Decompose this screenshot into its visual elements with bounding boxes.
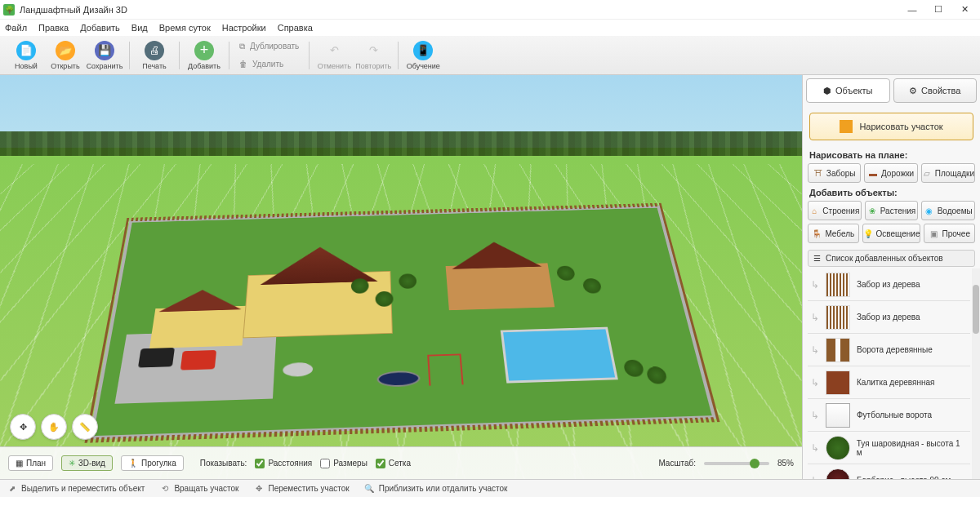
cat-lighting[interactable]: 💡Освещение <box>862 224 921 243</box>
item-thumbnail <box>826 436 850 460</box>
list-item[interactable]: ↳Ворота деревянные <box>808 334 970 366</box>
tab-objects[interactable]: ⬢Объекты <box>806 78 890 103</box>
3d-viewport[interactable]: ✥ ✋ 📏 ▦План ✳3D-вид 🚶Прогулка Показывать… <box>0 75 802 479</box>
drag-handle-icon[interactable]: ↳ <box>811 279 819 291</box>
tutorial-button[interactable]: 📱Обучение <box>403 38 443 73</box>
section-draw-on-plan: Нарисовать на плане: <box>803 147 980 162</box>
mode-walk[interactable]: 🚶Прогулка <box>121 455 184 471</box>
car-black <box>138 348 175 368</box>
misc-icon: ▣ <box>929 229 939 238</box>
menu-help[interactable]: Справка <box>278 23 313 33</box>
item-thumbnail <box>826 338 850 362</box>
list-item[interactable]: ↳Туя шаровидная - высота 1 м <box>808 432 970 464</box>
drag-handle-icon[interactable]: ↳ <box>811 344 819 356</box>
save-button[interactable]: 💾Сохранить <box>85 38 124 73</box>
cat-furniture[interactable]: 🪑Мебель <box>808 224 859 243</box>
main-house <box>243 238 409 338</box>
list-item[interactable]: ↳Футбольные ворота <box>808 399 970 432</box>
minimize-button[interactable]: ― <box>900 2 924 18</box>
add-button[interactable]: +Добавить <box>185 38 224 73</box>
duplicate-icon: ⧉ <box>239 42 245 51</box>
right-panel: ⬢Объекты ⚙Свойства Нарисовать участок На… <box>802 75 980 479</box>
gear-icon: ⚙ <box>909 86 917 96</box>
plot <box>69 194 737 455</box>
drag-handle-icon[interactable]: ↳ <box>811 377 819 388</box>
item-label: Туя шаровидная - высота 1 м <box>857 439 967 457</box>
tab-properties[interactable]: ⚙Свойства <box>893 78 978 103</box>
chk-sizes[interactable]: Размеры <box>320 459 368 468</box>
show-label: Показывать: <box>200 459 247 468</box>
cat-fences[interactable]: ⛩Заборы <box>808 163 861 183</box>
item-thumbnail <box>826 403 850 428</box>
close-button[interactable]: ✕ <box>952 2 977 18</box>
undo-button: ↶Отменить <box>314 38 354 73</box>
open-button[interactable]: 📂Открыть <box>46 38 85 73</box>
mode-plan[interactable]: ▦План <box>8 455 53 471</box>
zoom-icon: 🔍 <box>364 483 375 494</box>
app-icon: 🌳 <box>3 4 15 16</box>
drag-handle-icon[interactable]: ↳ <box>811 410 819 421</box>
cursor-icon: ⬈ <box>7 483 17 494</box>
orbit-tool[interactable]: ✥ <box>10 414 36 440</box>
menu-view[interactable]: Вид <box>131 23 148 33</box>
cat-buildings[interactable]: ⌂Строения <box>808 201 862 220</box>
item-label: Забор из дерева <box>857 280 920 289</box>
section-add-objects: Добавить объекты: <box>803 184 980 199</box>
drag-handle-icon[interactable]: ↳ <box>811 442 819 454</box>
list-item[interactable]: ↳Забор из дерева <box>808 268 970 301</box>
item-label: Забор из дерева <box>857 313 920 322</box>
scale-label: Масштаб: <box>658 459 696 468</box>
item-thumbnail <box>826 370 850 395</box>
cat-plants[interactable]: ❀Растения <box>865 201 919 220</box>
titlebar: 🌳 Ландшафтный Дизайн 3D ― ☐ ✕ <box>0 0 980 20</box>
cat-water[interactable]: ◉Водоемы <box>921 201 975 220</box>
print-button[interactable]: 🖨Печать <box>135 38 174 73</box>
maximize-button[interactable]: ☐ <box>926 2 951 18</box>
cat-paths[interactable]: ▬Дорожки <box>864 163 917 183</box>
fence-icon: ⛩ <box>813 168 823 178</box>
house-icon: ⌂ <box>809 206 819 215</box>
object-list-header: ☰Список добавленных объектов <box>808 250 975 267</box>
measure-tool[interactable]: 📏 <box>72 414 98 440</box>
draw-plot-button[interactable]: Нарисовать участок <box>809 113 973 140</box>
water-icon: ◉ <box>924 206 934 215</box>
cat-areas[interactable]: ▱Площадки <box>921 163 975 183</box>
status-zoom[interactable]: 🔍Приблизить или отдалить участок <box>364 483 508 494</box>
item-label: Калитка деревянная <box>857 378 934 387</box>
item-label: Футбольные ворота <box>857 410 932 419</box>
menu-settings[interactable]: Настройки <box>222 23 266 33</box>
list-item[interactable]: ↳Забор из дерева <box>808 301 970 334</box>
menu-file[interactable]: Файл <box>5 23 27 33</box>
list-item[interactable]: ↳Барбарис - высота 90 см <box>808 464 970 479</box>
new-button[interactable]: 📄Новый <box>7 38 46 73</box>
view-bottom-bar: ▦План ✳3D-вид 🚶Прогулка Показывать: Расс… <box>0 446 802 479</box>
walk-icon: 🚶 <box>128 459 138 468</box>
menu-add[interactable]: Добавить <box>80 23 120 33</box>
status-rotate[interactable]: ⟲Вращать участок <box>159 483 238 494</box>
grid-icon: ▦ <box>16 459 23 468</box>
path-icon: ▬ <box>868 168 878 178</box>
guest-house <box>443 241 555 310</box>
object-list[interactable]: ↳Забор из дерева↳Забор из дерева↳Ворота … <box>808 268 970 479</box>
menubar: Файл Правка Добавить Вид Время суток Нас… <box>0 20 980 36</box>
pan-tool[interactable]: ✋ <box>41 414 67 440</box>
drag-handle-icon[interactable]: ↳ <box>811 312 819 323</box>
chk-grid[interactable]: Сетка <box>376 459 411 468</box>
menu-edit[interactable]: Правка <box>38 23 69 33</box>
garage <box>149 289 247 348</box>
object-list-scrollbar[interactable] <box>972 268 980 479</box>
status-select[interactable]: ⬈Выделить и переместить объект <box>7 483 145 494</box>
status-move[interactable]: ✥Переместить участок <box>254 483 350 494</box>
item-thumbnail <box>826 305 850 330</box>
area-icon: ▱ <box>922 168 932 178</box>
list-item[interactable]: ↳Калитка деревянная <box>808 366 970 399</box>
drag-handle-icon[interactable]: ↳ <box>811 475 819 480</box>
mode-3d[interactable]: ✳3D-вид <box>61 455 113 471</box>
scale-slider[interactable] <box>704 462 769 465</box>
menu-time[interactable]: Время суток <box>159 23 211 33</box>
chk-distances[interactable]: Расстояния <box>255 459 312 468</box>
cat-other[interactable]: ▣Прочее <box>924 224 975 243</box>
move-icon: ✥ <box>254 483 265 494</box>
rotate-icon: ⟲ <box>159 483 170 494</box>
statusbar: ⬈Выделить и переместить объект ⟲Вращать … <box>0 479 980 497</box>
